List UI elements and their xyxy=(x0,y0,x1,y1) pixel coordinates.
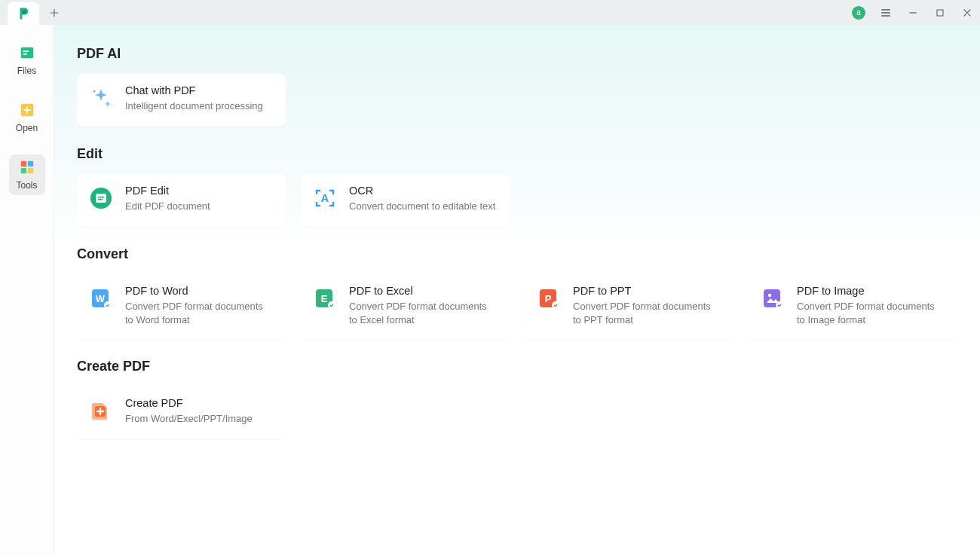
card-subtitle: Edit PDF document xyxy=(125,200,210,213)
section-title: Convert xyxy=(77,246,980,262)
card-create-pdf[interactable]: Create PDF From Word/Execl/PPT/Image xyxy=(77,386,286,439)
card-pdf-edit[interactable]: PDF Edit Edit PDF document xyxy=(77,174,286,227)
main-content: PDF AI Chat with PDF Intelligent documen… xyxy=(54,25,980,556)
svg-text:E: E xyxy=(321,293,328,304)
body: Files Open Tools PDF AI xyxy=(0,25,980,556)
card-text: PDF to Excel Convert PDF format document… xyxy=(349,285,498,326)
minimize-icon xyxy=(908,8,918,18)
section-convert: Convert W PDF to Word Convert PDF format… xyxy=(77,246,980,339)
card-title: PDF to Image xyxy=(797,285,945,297)
section-title: Create PDF xyxy=(77,359,980,374)
section-pdf-ai: PDF AI Chat with PDF Intelligent documen… xyxy=(77,46,980,127)
section-title: Edit xyxy=(77,146,980,162)
svg-rect-12 xyxy=(98,197,104,198)
ppt-icon: P xyxy=(537,286,561,310)
card-text: Chat with PDF Intelligent document proce… xyxy=(125,84,263,113)
card-subtitle: Intelligent document processing xyxy=(125,99,263,113)
card-subtitle: Convert document to editable text xyxy=(349,200,495,213)
sidebar-item-tools[interactable]: Tools xyxy=(9,154,45,195)
svg-rect-2 xyxy=(23,50,28,52)
svg-rect-8 xyxy=(27,168,32,173)
files-icon xyxy=(19,44,35,61)
open-icon xyxy=(19,102,35,118)
ocr-icon: A xyxy=(313,186,337,210)
card-row: PDF Edit Edit PDF document A OCR Convert… xyxy=(77,174,980,227)
app-logo-icon xyxy=(17,7,30,20)
plus-icon xyxy=(49,8,60,18)
word-icon: W xyxy=(89,286,113,310)
new-tab-button[interactable] xyxy=(42,1,66,25)
maximize-icon xyxy=(936,8,945,17)
card-subtitle: From Word/Execl/PPT/Image xyxy=(125,412,253,426)
card-title: PDF Edit xyxy=(125,185,210,197)
card-text: OCR Convert document to editable text xyxy=(349,185,495,213)
card-subtitle: Convert PDF format documents to PPT form… xyxy=(573,300,721,326)
tools-icon xyxy=(19,159,35,176)
sidebar: Files Open Tools xyxy=(0,25,54,556)
ai-sparkle-icon xyxy=(89,86,113,110)
card-pdf-to-word[interactable]: W PDF to Word Convert PDF format documen… xyxy=(77,274,286,339)
svg-rect-7 xyxy=(20,168,26,173)
titlebar-left xyxy=(8,0,66,25)
app-tab[interactable] xyxy=(8,2,39,25)
minimize-button[interactable] xyxy=(906,6,920,20)
svg-point-9 xyxy=(93,90,96,93)
svg-point-25 xyxy=(768,294,771,297)
card-title: PDF to PPT xyxy=(573,285,721,297)
card-pdf-to-ppt[interactable]: P PDF to PPT Convert PDF format document… xyxy=(525,274,733,339)
svg-rect-13 xyxy=(98,199,103,200)
card-title: Chat with PDF xyxy=(125,84,263,96)
card-subtitle: Convert PDF format documents to Excel fo… xyxy=(349,300,498,326)
svg-text:A: A xyxy=(321,191,329,204)
user-avatar[interactable]: a xyxy=(852,6,865,20)
card-text: PDF to PPT Convert PDF format documents … xyxy=(573,285,721,326)
close-button[interactable] xyxy=(960,6,974,20)
titlebar: a xyxy=(0,0,980,25)
svg-rect-6 xyxy=(27,161,32,166)
card-pdf-to-excel[interactable]: E PDF to Excel Convert PDF format docume… xyxy=(301,274,510,339)
pdf-edit-icon xyxy=(89,186,113,210)
card-row: Create PDF From Word/Execl/PPT/Image xyxy=(77,386,980,439)
card-pdf-to-image[interactable]: PDF to Image Convert PDF format document… xyxy=(749,274,957,339)
svg-rect-11 xyxy=(96,194,106,203)
section-title: PDF AI xyxy=(77,46,980,62)
section-create-pdf: Create PDF Create PDF From Word/Execl/PP… xyxy=(77,359,980,439)
card-row: Chat with PDF Intelligent document proce… xyxy=(77,74,980,127)
card-text: PDF to Word Convert PDF format documents… xyxy=(125,285,274,326)
svg-text:P: P xyxy=(545,293,552,304)
sidebar-item-files[interactable]: Files xyxy=(9,40,45,81)
image-icon xyxy=(761,286,785,310)
close-icon xyxy=(962,8,972,18)
card-subtitle: Convert PDF format documents to Image fo… xyxy=(797,300,945,326)
menu-button[interactable] xyxy=(879,6,893,20)
card-title: PDF to Excel xyxy=(349,285,498,297)
maximize-button[interactable] xyxy=(933,6,947,20)
titlebar-right: a xyxy=(852,6,974,20)
card-row: W PDF to Word Convert PDF format documen… xyxy=(77,274,980,339)
sidebar-item-label: Open xyxy=(16,123,38,133)
excel-icon: E xyxy=(313,286,337,310)
card-text: PDF Edit Edit PDF document xyxy=(125,185,210,213)
create-pdf-icon xyxy=(89,399,113,423)
card-subtitle: Convert PDF format documents to Word for… xyxy=(125,300,274,326)
card-text: Create PDF From Word/Execl/PPT/Image xyxy=(125,397,253,426)
card-text: PDF to Image Convert PDF format document… xyxy=(797,285,945,326)
card-ocr[interactable]: A OCR Convert document to editable text xyxy=(301,174,510,227)
svg-text:W: W xyxy=(96,293,106,304)
sidebar-item-label: Files xyxy=(17,66,36,76)
card-title: Create PDF xyxy=(125,397,253,409)
svg-rect-3 xyxy=(23,53,27,55)
hamburger-icon xyxy=(880,7,892,19)
card-chat-with-pdf[interactable]: Chat with PDF Intelligent document proce… xyxy=(77,74,286,127)
card-title: PDF to Word xyxy=(125,285,274,297)
card-title: OCR xyxy=(349,185,495,197)
sidebar-item-open[interactable]: Open xyxy=(9,97,45,138)
svg-rect-5 xyxy=(20,161,26,166)
svg-rect-0 xyxy=(937,10,943,16)
svg-rect-1 xyxy=(20,47,33,59)
section-edit: Edit PDF Edit Edit PDF document xyxy=(77,146,980,227)
sidebar-item-label: Tools xyxy=(16,180,37,191)
